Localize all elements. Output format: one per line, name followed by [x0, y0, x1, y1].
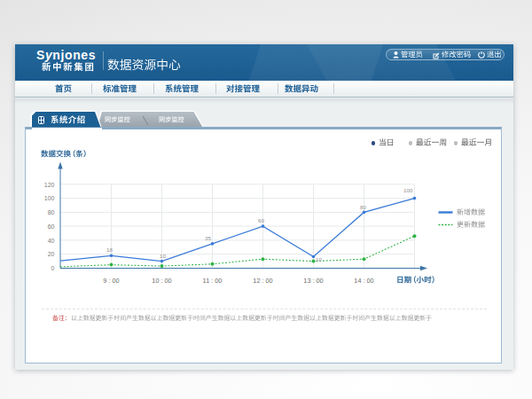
svg-text:10: 10	[316, 256, 322, 262]
svg-text:80: 80	[360, 204, 366, 210]
svg-text:9 : 00: 9 : 00	[103, 277, 119, 285]
svg-text:80: 80	[48, 209, 55, 215]
svg-text:10: 10	[160, 253, 166, 259]
svg-text:0: 0	[51, 265, 55, 271]
svg-text:12 : 00: 12 : 00	[253, 277, 272, 285]
svg-text:40: 40	[48, 238, 55, 244]
svg-text:20: 20	[48, 251, 55, 257]
svg-text:10 : 00: 10 : 00	[152, 277, 171, 285]
svg-text:13 : 00: 13 : 00	[303, 277, 323, 285]
svg-text:11 : 00: 11 : 00	[203, 277, 223, 285]
svg-text:100: 100	[44, 195, 55, 201]
svg-text:35: 35	[205, 235, 211, 241]
svg-text:18: 18	[106, 246, 113, 253]
svg-text:100: 100	[403, 187, 413, 193]
svg-text:60: 60	[48, 223, 55, 230]
svg-text:14 : 00: 14 : 00	[354, 277, 373, 285]
svg-text:60: 60	[258, 217, 264, 223]
svg-text:120: 120	[44, 182, 55, 188]
